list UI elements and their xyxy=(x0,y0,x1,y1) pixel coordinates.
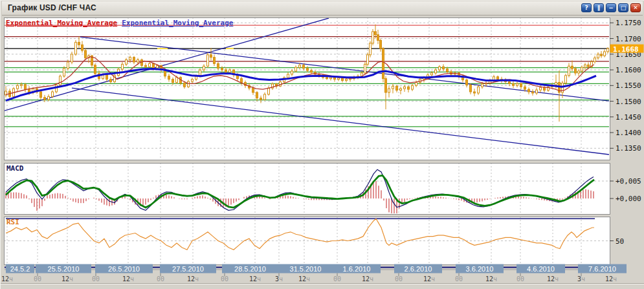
x-axis-time-label: 00 xyxy=(455,275,463,283)
svg-text:1.1400: 1.1400 xyxy=(616,129,641,137)
svg-text:1.1600: 1.1600 xyxy=(616,66,641,74)
x-axis-time-label: 00 xyxy=(333,275,341,283)
rsi-axis: 50 xyxy=(610,237,624,246)
svg-text:1.1450: 1.1450 xyxy=(616,113,641,122)
x-axis-day-label: 1.6.2010 xyxy=(343,265,371,273)
x-axis-day-label: 25.5.2010 xyxy=(48,265,80,273)
current-price-value: 1.1668 xyxy=(613,45,639,54)
help-button[interactable]: ? xyxy=(581,3,592,12)
x-axis-time-label: 12ч xyxy=(485,275,497,283)
x-axis-time-label: 00 xyxy=(92,275,100,283)
ema-legend-1[interactable]: Exponential_Moving_Average xyxy=(6,19,117,27)
x-axis-time-label: 00 xyxy=(221,275,228,283)
x-axis-day-label: 31.5.2010 xyxy=(290,265,322,273)
x-axis-time-label: 12ч xyxy=(187,275,199,283)
window-controls: ? ∥ − □ ✕ xyxy=(581,3,641,12)
rsi-panel-label: RSI xyxy=(6,218,19,226)
svg-text:1.1700: 1.1700 xyxy=(616,35,641,43)
macd-axis: +0,005+0,000 xyxy=(610,177,641,203)
x-axis-time-label: 12ч xyxy=(423,275,435,283)
svg-text:1.1550: 1.1550 xyxy=(616,81,641,90)
x-axis-time-label: 12ч xyxy=(605,275,617,283)
indicator-legend: Exponential_Moving_AverageExponential_Mo… xyxy=(6,19,233,27)
x-axis-time-label: 00 xyxy=(157,275,164,283)
x-axis-day-label: 28.5.2010 xyxy=(234,265,266,273)
x-axis-time-label: 12ч xyxy=(122,275,134,283)
x-axis-time-label: 3ч xyxy=(275,275,283,283)
x-axis-time-label: 00 xyxy=(516,275,524,283)
title-bar[interactable]: График USD /CHF ЧАС ? ∥ − □ ✕ xyxy=(2,1,643,16)
chart-svg: 1.17501.17001.16501.16001.15501.15001.14… xyxy=(1,1,644,289)
svg-text:1.1350: 1.1350 xyxy=(616,144,641,153)
x-axis-day-label: 4.6.2010 xyxy=(527,265,555,273)
x-axis-day-label: 24.5.2 xyxy=(10,265,30,273)
x-axis-time-label: 12ч xyxy=(547,275,559,283)
x-axis-day-label: 2.6.2010 xyxy=(405,265,432,273)
svg-text:50: 50 xyxy=(616,237,624,246)
close-button[interactable]: ✕ xyxy=(630,3,641,12)
x-axis-time-label: 3ч xyxy=(577,275,585,283)
chart-area[interactable]: 1.17501.17001.16501.16001.15501.15001.14… xyxy=(1,1,644,289)
window-title: График USD /CHF ЧАС xyxy=(8,3,96,12)
x-axis-day-label: 3.6.2010 xyxy=(466,265,494,273)
x-axis-time-label: 00 xyxy=(395,275,403,283)
x-axis-time-label: 00 xyxy=(34,275,41,283)
svg-text:1.1500: 1.1500 xyxy=(616,98,641,106)
x-axis-time-label: 12ч xyxy=(298,275,310,283)
svg-text:+0,000: +0,000 xyxy=(616,195,641,203)
x-axis-time-label: 12ч xyxy=(61,275,73,283)
macd-panel-label: MACD xyxy=(6,164,24,173)
pause-button[interactable]: ∥ xyxy=(594,3,604,12)
x-axis-time-label: 12ч xyxy=(249,275,261,283)
svg-text:+0,005: +0,005 xyxy=(616,177,641,186)
x-axis: 24.5.225.5.201026.5.201027.5.201028.5.20… xyxy=(1,264,627,283)
ema-legend-2[interactable]: Exponential_Moving_Average xyxy=(122,19,233,27)
app-window: 1.17501.17001.16501.16001.15501.15001.14… xyxy=(0,0,644,289)
x-axis-day-label: 26.5.2010 xyxy=(108,265,140,273)
maximize-button[interactable]: □ xyxy=(618,3,628,12)
x-axis-time-label: 12ч xyxy=(1,275,13,283)
x-axis-time-label: 12ч xyxy=(362,275,373,283)
minimize-button[interactable]: − xyxy=(606,3,616,12)
price-axis: 1.17501.17001.16501.16001.15501.15001.14… xyxy=(610,19,644,153)
svg-text:1.1750: 1.1750 xyxy=(616,19,641,27)
x-axis-day-label: 27.5.2010 xyxy=(172,265,204,273)
x-axis-day-label: 7.6.2010 xyxy=(588,265,616,273)
